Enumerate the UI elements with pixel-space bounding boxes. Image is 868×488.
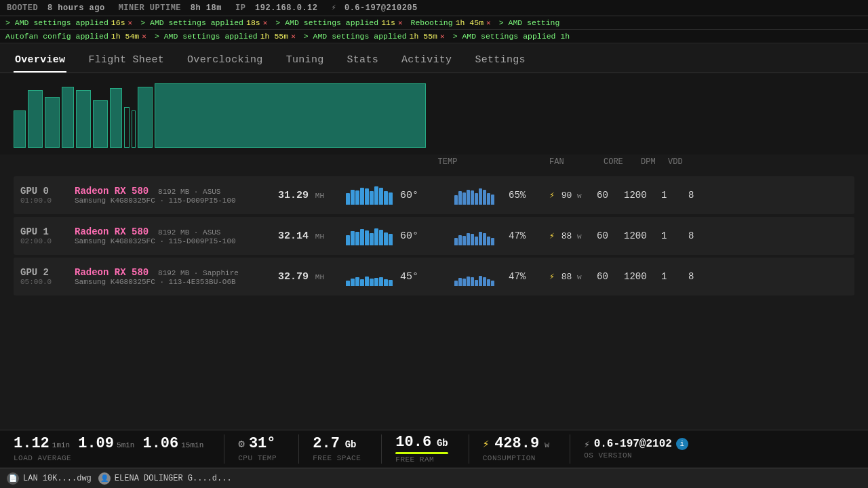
gpu-dpm-col: 1 <box>661 190 688 201</box>
load5-value: 1.09 <box>78 436 114 452</box>
uptime-label: MINER UPTIME <box>119 3 181 13</box>
notif2-3-text: > AMD settings applied 1h <box>453 32 570 41</box>
hash-bar <box>365 230 369 245</box>
gpu-vdd: 8 <box>688 230 694 241</box>
gpu-model-line: Radeon RX 580 8192 MB · ASUS <box>75 186 278 197</box>
tab-tuning[interactable]: Tuning <box>285 50 326 73</box>
tab-flight-sheet[interactable]: Flight Sheet <box>87 50 165 73</box>
cpu-temp-block: ⚙ 31° CPU TEMP <box>224 434 292 464</box>
hash-bar <box>379 277 383 286</box>
gpu-dpm: 1 <box>661 271 667 282</box>
hash-bar <box>370 233 374 245</box>
hash-bar <box>384 191 388 205</box>
gpu-model: Radeon RX 580 <box>75 226 149 237</box>
gpu-power-col: ⚡ 90 w <box>549 190 597 201</box>
file1-icon: 📄 <box>7 472 19 485</box>
chart-bars-container <box>14 80 854 148</box>
free-space-unit: Gb <box>345 439 357 450</box>
file2-icon: 👤 <box>98 472 111 485</box>
gpu-core-col: 1200 <box>624 190 661 201</box>
os-version-label: OS VERSION <box>584 451 688 460</box>
notif2-2: > AMD settings applied 1h 55m ✕ <box>304 32 445 41</box>
notif-3-time: 1h 45m <box>456 18 484 27</box>
hash-bar <box>374 278 378 286</box>
notif2-1: > AMD settings applied 1h 55m ✕ <box>155 32 296 41</box>
taskbar-file2[interactable]: 👤 ELENA DOLINGER G....d... <box>98 472 232 485</box>
gpu-hash-col: 32.79 MH <box>278 271 346 283</box>
gpu-spec: Samsung K4G80325FC · 113-4E353BU-O6B <box>75 278 278 286</box>
hash-bar <box>346 235 350 245</box>
hash-bar <box>355 232 359 245</box>
ip-status: IP 192.168.0.12 <box>235 3 318 13</box>
gpu-power: 90 <box>561 190 572 201</box>
taskbar-file2-label: ELENA DOLINGER G....d... <box>115 474 232 483</box>
hash-bar <box>384 279 388 286</box>
load15-label: 15min <box>181 441 203 449</box>
taskbar-file1[interactable]: 📄 LAN 10K....dwg <box>7 472 92 485</box>
hash-bar <box>365 188 369 205</box>
gpu-core: 1200 <box>624 271 647 282</box>
gpu-vdd-col: 8 <box>688 271 715 282</box>
power-icon: ⚡ <box>549 190 555 201</box>
gpu-dpm: 1 <box>661 230 667 241</box>
fan-bar <box>462 236 466 245</box>
notif-2-close[interactable]: ✕ <box>398 18 403 27</box>
tab-activity[interactable]: Activity <box>400 50 453 73</box>
notification-bar-1: > AMD settings applied 16s ✕ > AMD setti… <box>0 16 868 30</box>
header-temp: TEMP <box>387 157 509 167</box>
notif-0-time: 16s <box>111 18 125 27</box>
hash-bar <box>374 228 378 245</box>
chart-bar <box>155 83 426 148</box>
gpu-dpm-col: 1 <box>661 230 688 241</box>
header-vdd: VDD <box>668 157 695 167</box>
chart-bar <box>14 110 26 148</box>
hash-bar <box>389 234 393 245</box>
tab-settings[interactable]: Settings <box>473 50 526 73</box>
notif2-2-close[interactable]: ✕ <box>440 32 445 41</box>
notif-1: > AMD settings applied 18s ✕ <box>140 18 267 27</box>
info-icon[interactable]: i <box>676 438 688 450</box>
free-ram-unit: Gb <box>437 438 448 449</box>
notif2-0-close[interactable]: ✕ <box>142 32 146 41</box>
gpu-hash-chart <box>346 226 400 245</box>
gpu-hash-chart <box>346 267 400 286</box>
cpu-temp-label: CPU TEMP <box>238 454 278 462</box>
fan-bar <box>471 277 474 286</box>
gpu-hash-unit: MH <box>315 273 324 281</box>
notif2-1-time: 1h 55m <box>260 32 288 41</box>
gpu-hash-col: 31.29 MH <box>278 190 346 201</box>
fan-bar <box>479 232 482 245</box>
tab-overclocking[interactable]: Overclocking <box>186 50 264 73</box>
header-fan: FAN <box>549 157 604 167</box>
gpu-fan: 60 <box>597 190 608 201</box>
gpu-power-col: ⚡ 88 w <box>549 230 597 241</box>
fan-bar <box>479 188 482 205</box>
gpu-time: 01:00.0 <box>20 197 75 205</box>
gpu-fan-pct-col: 65% <box>509 190 549 201</box>
notif-1-time: 18s <box>246 18 260 27</box>
fan-bar <box>458 191 462 205</box>
notif-3-close[interactable]: ✕ <box>486 18 491 27</box>
notif-1-close[interactable]: ✕ <box>263 18 268 27</box>
tab-overview[interactable]: Overview <box>14 50 66 73</box>
chart-bar <box>93 100 108 148</box>
fan-bar <box>475 280 478 286</box>
notif2-3: > AMD settings applied 1h <box>453 32 570 41</box>
notif2-1-close[interactable]: ✕ <box>291 32 296 41</box>
free-ram-block: 10.6 Gb FREE RAM <box>381 434 461 464</box>
gpu-hash-col: 32.14 MH <box>278 230 346 242</box>
fan-bar <box>487 279 490 286</box>
notif-0-close[interactable]: ✕ <box>128 18 133 27</box>
cpu-temp-value: 31° <box>249 436 276 452</box>
gpu-temp: 45° <box>400 271 418 283</box>
gpu-mem: 8192 MB · Sapphire <box>158 269 239 277</box>
notif-2: > AMD settings applied 11s ✕ <box>275 18 402 27</box>
gpu-table: GPU 0 01:00.0 Radeon RX 580 8192 MB · AS… <box>0 176 868 296</box>
hashrate-chart <box>0 73 868 155</box>
tab-stats[interactable]: Stats <box>345 50 380 73</box>
chart-bar <box>62 87 74 148</box>
load-avg-label: LOAD AVERAGE <box>14 454 203 462</box>
power-icon: ⚡ <box>549 272 555 282</box>
taskbar: 📄 LAN 10K....dwg 👤 ELENA DOLINGER G....d… <box>0 468 868 488</box>
gpu-id: GPU 0 <box>20 186 75 197</box>
